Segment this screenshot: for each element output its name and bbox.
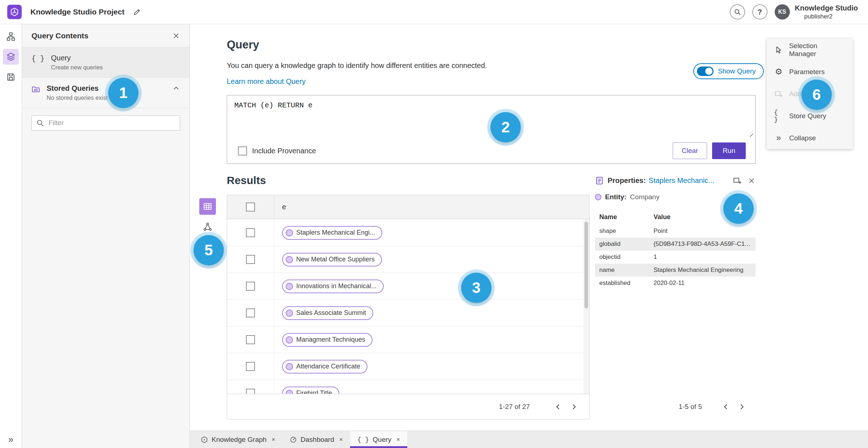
entity-chip[interactable]: Sales Associate Summit <box>282 306 373 320</box>
show-query-toggle[interactable]: Show Query <box>693 63 764 79</box>
filter-input[interactable] <box>31 115 180 131</box>
clear-button[interactable]: Clear <box>673 142 707 159</box>
table-row[interactable]: Innovations in Mechanical... <box>227 273 583 300</box>
entity-chip[interactable]: Managment Techniques <box>282 333 373 347</box>
entity-dot-icon <box>286 283 293 290</box>
user-name: Knowledge Studio <box>795 4 858 13</box>
entity-value: Company <box>630 193 659 201</box>
entity-chip[interactable]: Staplers Mechanical Engi... <box>282 226 382 240</box>
chevron-right-icon <box>738 403 746 411</box>
property-row[interactable]: shapePoint <box>595 225 756 238</box>
close-tab-icon[interactable]: × <box>396 436 400 443</box>
edit-title-icon[interactable] <box>133 8 141 16</box>
entity-chip[interactable]: New Metal Office Suppliers <box>282 253 382 266</box>
table-row[interactable]: Attendance Certificate <box>227 353 583 380</box>
row-checkbox[interactable] <box>246 308 255 317</box>
close-icon <box>748 177 756 185</box>
panel-title: Query Contents <box>31 31 172 40</box>
rail-expand-button[interactable]: » <box>0 434 22 445</box>
chevron-left-icon <box>554 403 562 411</box>
entity-chip[interactable]: Firebird Title <box>282 387 339 394</box>
rail-layers-button[interactable] <box>3 49 19 65</box>
tab-dashboard[interactable]: Dashboard × <box>282 431 350 448</box>
tab-query[interactable]: { } Query × <box>350 431 407 448</box>
properties-label: Properties: <box>608 176 646 185</box>
layers-icon <box>6 52 16 61</box>
folder-icon <box>31 84 40 94</box>
query-item-label: Query <box>51 54 180 62</box>
table-row[interactable]: Managment Techniques <box>227 327 583 353</box>
property-row[interactable]: objectid1 <box>595 251 756 264</box>
rail-hierarchy-button[interactable] <box>3 29 19 44</box>
link-chart-view-button[interactable] <box>199 218 216 235</box>
gear-icon: ⚙ <box>774 68 783 76</box>
property-row[interactable]: nameStaplers Mechanical Engineering <box>595 264 756 277</box>
annotation-badge-3: 3 <box>461 273 492 303</box>
include-provenance-checkbox[interactable] <box>238 146 247 155</box>
show-query-label: Show Query <box>718 67 756 75</box>
entity-dot-icon <box>286 256 293 263</box>
braces-icon: { } <box>774 109 783 123</box>
row-checkbox[interactable] <box>246 389 255 394</box>
row-checkbox[interactable] <box>246 282 255 291</box>
knowledge-graph-icon <box>201 436 208 443</box>
properties-close-button[interactable] <box>748 177 756 185</box>
user-info[interactable]: Knowledge Studio publisher2 <box>795 4 858 20</box>
select-all-checkbox[interactable] <box>246 202 255 212</box>
properties-icon <box>595 176 604 185</box>
scrollbar-thumb[interactable] <box>584 222 588 308</box>
entity-dot-icon <box>286 363 293 370</box>
user-avatar[interactable]: KS <box>775 4 790 20</box>
chevron-right-icon <box>570 403 578 411</box>
help-button[interactable]: ? <box>752 4 767 20</box>
properties-table: Name Value shapePoint globalid{5D9B4713-… <box>595 210 756 290</box>
annotation-badge-4: 4 <box>723 193 754 224</box>
close-tab-icon[interactable]: × <box>339 436 343 443</box>
tab-knowledge-graph[interactable]: Knowledge Graph × <box>193 431 282 448</box>
panel-close-button[interactable] <box>172 32 180 40</box>
collapse-menu-item[interactable]: » Collapse <box>767 127 853 149</box>
close-tab-icon[interactable]: × <box>272 436 275 443</box>
properties-next-page-button[interactable] <box>734 399 750 415</box>
sidebar-item-query[interactable]: { } Query Create new queries <box>22 47 190 78</box>
learn-more-link[interactable]: Learn more about Query <box>227 77 306 86</box>
selection-manager-item[interactable]: Selection Manager <box>767 39 853 61</box>
entity-dot-icon <box>286 336 293 344</box>
collapse-section-button[interactable] <box>172 84 180 92</box>
app-logo-icon[interactable] <box>7 5 22 19</box>
row-checkbox[interactable] <box>246 228 255 237</box>
sidebar-item-stored-queries[interactable]: Stored Queries No stored queries exist <box>22 78 190 108</box>
run-button[interactable]: Run <box>712 142 746 159</box>
user-role: publisher2 <box>795 13 858 20</box>
annotation-badge-2: 2 <box>490 112 521 142</box>
table-row[interactable]: Sales Associate Summit <box>227 300 583 327</box>
parameters-item[interactable]: ⚙ Parameters <box>767 61 853 83</box>
row-checkbox[interactable] <box>246 362 255 371</box>
entity-dot-icon <box>286 390 293 394</box>
results-next-page-button[interactable] <box>566 399 582 415</box>
add-to-selection-button[interactable] <box>733 176 742 185</box>
entity-dot-icon <box>286 310 293 317</box>
table-row[interactable]: Staplers Mechanical Engi... <box>227 219 583 246</box>
search-button[interactable] <box>730 4 745 20</box>
table-view-button[interactable] <box>199 198 216 215</box>
properties-entity-link[interactable]: Staplers Mechanic... <box>649 176 714 185</box>
pointer-icon <box>774 46 783 54</box>
results-title: Results <box>227 174 266 187</box>
row-checkbox[interactable] <box>246 255 255 264</box>
entity-chip[interactable]: Attendance Certificate <box>282 360 367 374</box>
property-row[interactable]: established2020-02-11 <box>595 277 756 290</box>
entity-chip[interactable]: Innovations in Mechanical... <box>282 280 384 293</box>
results-table: e Staplers Mechanical Engi... New Metal … <box>227 195 590 419</box>
property-row[interactable]: globalid{5D9B4713-F98D-4A53-A59F-C11... <box>595 238 756 251</box>
filter-search-icon <box>36 119 44 127</box>
properties-prev-page-button[interactable] <box>718 399 734 415</box>
results-view-toggle <box>199 198 216 235</box>
table-scrollbar[interactable] <box>583 219 589 394</box>
row-checkbox[interactable] <box>246 335 255 344</box>
rail-save-button[interactable] <box>3 69 19 85</box>
table-row[interactable]: New Metal Office Suppliers <box>227 246 583 273</box>
results-prev-page-button[interactable] <box>550 399 566 415</box>
table-row[interactable]: Firebird Title <box>227 380 583 394</box>
braces-icon: { } <box>357 436 369 443</box>
